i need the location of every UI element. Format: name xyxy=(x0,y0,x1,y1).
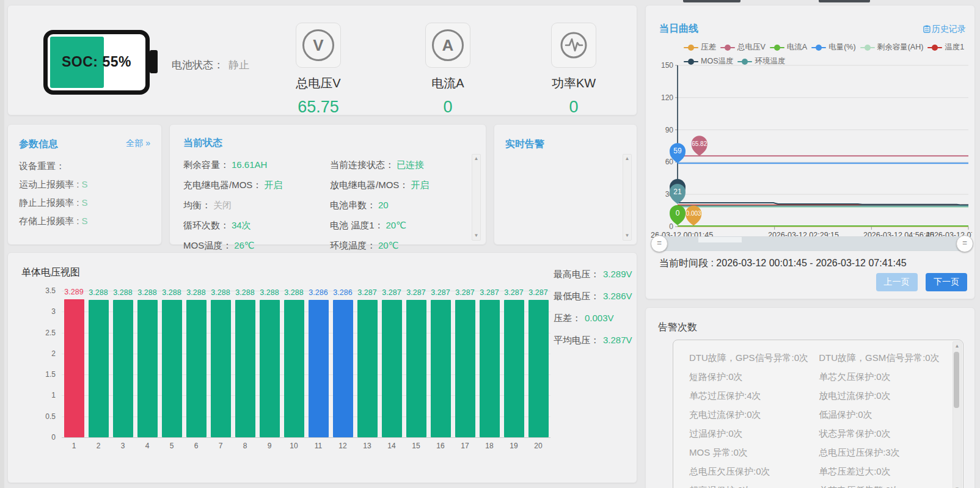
voltage-stat: 平均电压：3.287V xyxy=(554,335,632,346)
alarm-count-item: 单芯欠压保护:0次 xyxy=(819,371,938,383)
y-axis-tick: 0.5 xyxy=(45,412,56,421)
alarm-count-item: 单芯压差过大:0次 xyxy=(819,466,938,478)
y-axis-tick: 2 xyxy=(51,349,56,358)
voltage-bar xyxy=(455,300,475,437)
legend-item[interactable]: 电量(%) xyxy=(811,42,855,53)
x-axis-tick: 19 xyxy=(502,442,526,450)
alarm-counts-box: DTU故障，GPS信号异常:0次DTU故障，GSM信号异常:0次短路保护:0次单… xyxy=(673,340,964,488)
alarm-count-item: 单芯过压保护:4次 xyxy=(689,390,819,402)
status-row: MOS温度：26℃ xyxy=(183,240,330,252)
legend-item[interactable]: 总电压V xyxy=(720,42,766,53)
status-label: 当前连接状态： xyxy=(330,159,394,170)
voltage-stat: 最高电压：3.289V xyxy=(554,269,632,280)
status-title: 当前状态 xyxy=(183,137,472,150)
y-axis-tick: 3.5 xyxy=(45,286,56,295)
datazoom-slider[interactable]: = = xyxy=(658,236,966,251)
voltage-bar xyxy=(357,300,378,437)
alarm-counts-title: 告警次数 xyxy=(658,321,697,334)
datazoom-left-handle[interactable]: = xyxy=(651,235,668,252)
scroll-down-icon[interactable]: ▼ xyxy=(953,485,961,488)
status-label: 放电继电器/MOS： xyxy=(330,180,408,190)
alarm-scrollbar[interactable]: ▲ ▼ xyxy=(953,341,962,488)
daily-curve-chart: 03060901201502165.82590.003026-03-12 00:… xyxy=(649,58,972,241)
status-label: 电池 温度1： xyxy=(330,220,384,230)
alarm-count-item: 短路保护:0次 xyxy=(689,371,819,383)
gridline xyxy=(62,437,550,438)
svg-text:120: 120 xyxy=(661,93,673,102)
status-scrollbar[interactable]: ▲ ▼ xyxy=(472,154,481,241)
y-axis-tick: 3 xyxy=(51,307,56,316)
legend-marker-icon xyxy=(684,45,698,51)
alarm-count-item: DTU故障，GPS信号异常:0次 xyxy=(689,352,819,364)
x-axis-tick: 6 xyxy=(184,442,208,450)
status-value: 已连接 xyxy=(397,159,424,170)
next-page-button[interactable]: 下一页 xyxy=(926,273,967,291)
status-panel: 当前状态 剩余容量：16.61AH充电继电器/MOS：开启均衡：关闭循环次数：3… xyxy=(169,124,486,245)
status-left-column: 剩余容量：16.61AH充电继电器/MOS：开启均衡：关闭循环次数：34次MOS… xyxy=(183,159,330,260)
alerts-scrollbar[interactable]: ▲ ▼ xyxy=(623,154,632,241)
scroll-up-icon[interactable]: ▲ xyxy=(623,155,631,163)
x-axis-tick: 15 xyxy=(404,442,428,450)
status-label: 环境温度： xyxy=(330,240,376,250)
params-all-link[interactable]: 全部 » xyxy=(126,138,150,151)
cell-voltage-chart: 00.511.522.533.53.28913.28823.28833.2884… xyxy=(62,291,550,437)
alarm-count-item: 单芯电压低告警:0次 xyxy=(819,485,938,488)
params-title: 参数信息 xyxy=(19,138,58,151)
legend-item[interactable]: 电流A xyxy=(770,42,807,53)
voltage-stat: 最低电压：3.286V xyxy=(554,291,632,302)
voltage-bar xyxy=(260,300,280,437)
legend-label: 电流A xyxy=(787,42,807,53)
legend-item[interactable]: 压差 xyxy=(684,42,716,53)
svg-text:21: 21 xyxy=(673,188,682,196)
voltage-bar xyxy=(431,300,451,437)
gridline xyxy=(62,311,550,312)
daily-curve-panel: 当日曲线 历史记录 压差总电压V电流A电量(%)剩余容量(AH)温度1MOS温度… xyxy=(645,5,975,299)
status-label: 剩余容量： xyxy=(183,159,229,170)
voltage-bar xyxy=(235,300,255,437)
scroll-down-icon[interactable]: ▼ xyxy=(623,231,631,240)
summary-panel: SOC: 55% 电池状态：静止 V总电压V65.75A电流A0功率KW0 xyxy=(7,5,637,115)
y-axis-tick: 1.5 xyxy=(45,370,56,379)
x-axis-tick: 20 xyxy=(526,442,550,450)
voltage-bar xyxy=(186,300,207,437)
voltage-bar xyxy=(333,300,353,437)
datazoom-right-handle[interactable]: = xyxy=(956,235,973,252)
prev-page-button[interactable]: 上一页 xyxy=(876,273,918,291)
legend-label: 剩余容量(AH) xyxy=(877,42,924,53)
scroll-up-icon[interactable]: ▲ xyxy=(953,342,961,351)
status-value: 20℃ xyxy=(378,240,399,250)
param-label: 运动上报频率 : xyxy=(19,179,79,189)
battery-status-label: 电池状态： xyxy=(172,59,224,71)
status-value: 16.61AH xyxy=(232,159,267,170)
metric-value: 65.75 xyxy=(269,98,367,117)
x-axis-tick: 1 xyxy=(62,442,86,450)
legend-item[interactable]: 温度1 xyxy=(927,42,964,53)
voltage-bar xyxy=(211,300,231,437)
x-axis-tick: 8 xyxy=(233,442,257,450)
status-row: 当前连接状态：已连接 xyxy=(330,159,470,171)
history-link[interactable]: 历史记录 xyxy=(923,24,966,35)
time-range: 当前时间段 : 2026-03-12 00:01:45 - 2026-03-12… xyxy=(659,257,907,270)
cell-voltage-panel: 单体电压视图 00.511.522.533.53.28913.28823.288… xyxy=(7,252,637,483)
status-row: 剩余容量：16.61AH xyxy=(183,159,330,171)
status-row: 充电继电器/MOS：开启 xyxy=(183,180,330,191)
alarm-counts-list: DTU故障，GPS信号异常:0次DTU故障，GSM信号异常:0次短路保护:0次单… xyxy=(673,340,963,488)
pager: 上一页 下一页 xyxy=(871,273,967,291)
alarm-scroll-thumb[interactable] xyxy=(954,352,959,408)
legend-item[interactable]: 剩余容量(AH) xyxy=(860,42,924,53)
current-icon: A xyxy=(425,23,470,68)
voltage-bar xyxy=(113,300,133,437)
y-axis-tick: 0 xyxy=(51,433,56,442)
svg-text:60: 60 xyxy=(665,158,674,166)
scroll-down-icon[interactable]: ▼ xyxy=(472,231,480,240)
x-axis-tick: 17 xyxy=(453,442,477,450)
voltage-bar xyxy=(504,300,524,437)
voltage-bar xyxy=(480,300,500,437)
alarm-count-item: 总电压过压保护:3次 xyxy=(819,447,938,459)
x-axis-tick: 9 xyxy=(257,442,282,450)
scroll-up-icon[interactable]: ▲ xyxy=(472,155,480,163)
battery-terminal xyxy=(150,50,158,73)
x-axis-tick: 18 xyxy=(477,442,502,450)
param-row: 存储上报频率 : S xyxy=(19,216,150,227)
stat-value: 3.287V xyxy=(603,335,632,345)
